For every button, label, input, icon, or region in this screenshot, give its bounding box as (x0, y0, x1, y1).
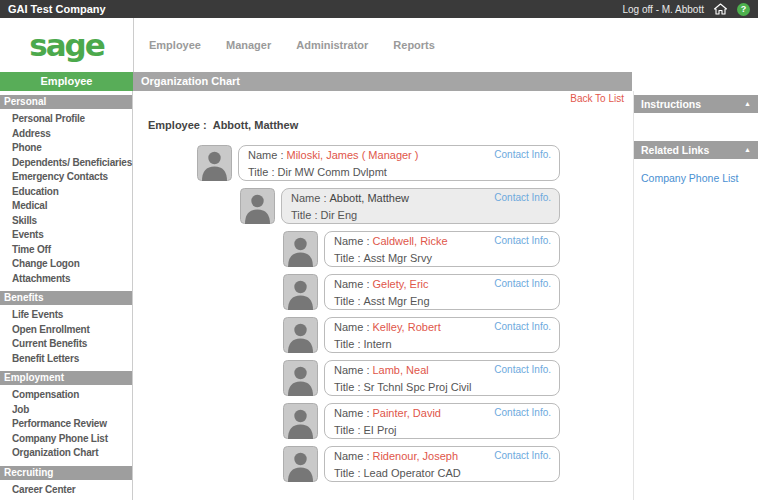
sidebar-item-phone[interactable]: Phone (0, 141, 132, 156)
nav-item-employee[interactable]: Employee (149, 39, 201, 51)
sidebar-item-current-benefits[interactable]: Current Benefits (0, 337, 132, 352)
contact-info-link[interactable]: Contact Info. (494, 362, 551, 377)
sidebar-item-career-center[interactable]: Career Center (0, 483, 132, 498)
sage-logo: sage (29, 30, 104, 61)
employee-name: Lamb, Neal (372, 364, 428, 376)
org-card-title-line: Title :Asst Mgr Srvy (334, 249, 551, 266)
avatar-silhouette-icon (197, 145, 232, 181)
sidebar-item-organization-chart[interactable]: Organization Chart (0, 446, 132, 461)
related-link-company-phone-list[interactable]: Company Phone List (634, 172, 758, 184)
contact-info-link[interactable]: Contact Info. (494, 233, 551, 248)
org-chart-row: Name :Ridenour, Joseph Contact Info. Tit… (134, 446, 560, 482)
instructions-panel-header[interactable]: Instructions ▲ (634, 95, 758, 113)
instructions-panel-body (634, 113, 758, 141)
page-title: Organization Chart (133, 72, 632, 91)
employee-title: Asst Mgr Eng (364, 295, 430, 307)
sidebar-section-items: Compensation Job Performance Review Comp… (0, 385, 132, 463)
name-label: Name : (334, 235, 369, 247)
related-links-list: Company Phone List (634, 172, 758, 184)
avatar (283, 446, 318, 482)
org-card: Name :Kelley, Robert Contact Info. Title… (324, 317, 560, 353)
sidebar-item-performance-review[interactable]: Performance Review (0, 417, 132, 432)
employee-title: Asst Mgr Srvy (364, 252, 432, 264)
contact-info-link[interactable]: Contact Info. (494, 405, 551, 420)
sidebar-item-events[interactable]: Events (0, 228, 132, 243)
sidebar-sections: Personal Personal Profile Address Phone … (0, 95, 132, 499)
contact-info-link[interactable]: Contact Info. (494, 190, 551, 205)
avatar (283, 274, 318, 310)
org-card-name-line: Name :Painter, David (334, 404, 441, 421)
employee-title: Sr Tchnl Spc Proj Civil (364, 381, 472, 393)
org-card-name-line: Name :Caldwell, Ricke (334, 232, 448, 249)
name-label: Name : (248, 149, 283, 161)
instructions-panel-title: Instructions (641, 95, 701, 113)
name-label: Name : (334, 407, 369, 419)
avatar-silhouette-icon (283, 231, 318, 267)
sidebar-section-items: Career Center (0, 480, 132, 500)
avatar-silhouette-icon (283, 446, 318, 482)
sidebar-section-items: Personal Profile Address Phone Dependent… (0, 109, 132, 288)
sidebar-item-address[interactable]: Address (0, 127, 132, 142)
avatar (283, 403, 318, 439)
avatar (283, 317, 318, 353)
name-label: Name : (334, 321, 369, 333)
sidebar-item-company-phone-list[interactable]: Company Phone List (0, 432, 132, 447)
avatar-silhouette-icon (240, 188, 275, 224)
employee-name: Kelley, Robert (372, 321, 440, 333)
logoff-link[interactable]: Log off - M. Abbott (622, 4, 704, 15)
sidebar-item-attachments[interactable]: Attachments (0, 272, 132, 287)
nav-item-manager[interactable]: Manager (226, 39, 271, 51)
sidebar-section: Benefits Life Events Open Enrollment Cur… (0, 291, 132, 368)
org-card: Name :Abbott, Matthew Contact Info. Titl… (281, 188, 560, 224)
sidebar-item-personal-profile[interactable]: Personal Profile (0, 112, 132, 127)
collapse-arrow-icon[interactable]: ▲ (744, 95, 751, 113)
org-card-title-line: Title :Dir MW Comm Dvlpmt (248, 163, 551, 180)
back-to-list-link[interactable]: Back To List (570, 93, 624, 104)
name-label: Name : (291, 192, 326, 204)
sidebar-section: Recruiting Career Center (0, 466, 132, 500)
sidebar-item-benefit-letters[interactable]: Benefit Letters (0, 352, 132, 367)
org-chart-row: Name :Caldwell, Ricke Contact Info. Titl… (134, 231, 560, 267)
main-nav: Employee Manager Administrator Reports (133, 18, 758, 72)
org-card-name-line: Name :Lamb, Neal (334, 361, 429, 378)
org-chart-row: Name :Abbott, Matthew Contact Info. Titl… (134, 188, 560, 224)
sidebar-item-medical[interactable]: Medical (0, 199, 132, 214)
sidebar-item-job[interactable]: Job (0, 403, 132, 418)
contact-info-link[interactable]: Contact Info. (494, 448, 551, 463)
employee-name: Painter, David (372, 407, 440, 419)
org-card-name-line: Name :Gelety, Eric (334, 275, 429, 292)
sidebar-item-skills[interactable]: Skills (0, 214, 132, 229)
contact-info-link[interactable]: Contact Info. (494, 276, 551, 291)
module-tab-employee[interactable]: Employee (0, 72, 133, 91)
employee-title: Intern (364, 338, 392, 350)
nav-item-reports[interactable]: Reports (393, 39, 435, 51)
contact-info-link[interactable]: Contact Info. (494, 147, 551, 162)
sidebar-item-emergency-contacts[interactable]: Emergency Contacts (0, 170, 132, 185)
sidebar-item-life-events[interactable]: Life Events (0, 308, 132, 323)
sidebar-item-change-logon[interactable]: Change Logon (0, 257, 132, 272)
employee-title: Dir Eng (321, 209, 358, 221)
name-label: Name : (334, 364, 369, 376)
collapse-arrow-icon[interactable]: ▲ (744, 141, 751, 159)
sidebar-section-header-employment: Employment (0, 371, 132, 385)
sidebar-section-header-personal: Personal (0, 95, 132, 109)
help-icon[interactable]: ? (737, 3, 750, 16)
avatar-silhouette-icon (283, 274, 318, 310)
sidebar-item-compensation[interactable]: Compensation (0, 388, 132, 403)
org-chart-row: Name :Kelley, Robert Contact Info. Title… (134, 317, 560, 353)
org-card-title-line: Title :Sr Tchnl Spc Proj Civil (334, 378, 551, 395)
related-links-panel-header[interactable]: Related Links ▲ (634, 141, 758, 159)
employee-heading-name: Abbott, Matthew (213, 119, 299, 131)
employee-title: EI Proj (364, 424, 397, 436)
employee-name: Abbott, Matthew (329, 192, 409, 204)
sidebar-item-time-off[interactable]: Time Off (0, 243, 132, 258)
nav-item-administrator[interactable]: Administrator (296, 39, 368, 51)
sidebar-item-education[interactable]: Education (0, 185, 132, 200)
avatar (283, 231, 318, 267)
home-icon[interactable] (713, 3, 728, 15)
sidebar-item-open-enrollment[interactable]: Open Enrollment (0, 323, 132, 338)
sidebar-section-items: Life Events Open Enrollment Current Bene… (0, 305, 132, 368)
title-label: Title : (334, 295, 361, 307)
sidebar-item-dependents-beneficiaries[interactable]: Dependents/ Beneficiaries (0, 156, 132, 171)
contact-info-link[interactable]: Contact Info. (494, 319, 551, 334)
